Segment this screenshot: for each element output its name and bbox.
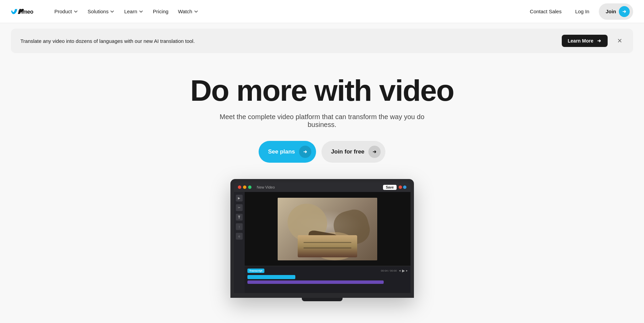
transcript-badge[interactable]: Transcript — [247, 269, 265, 273]
join-free-arrow-icon — [368, 146, 381, 158]
editor-save-button[interactable]: Save — [383, 185, 396, 190]
hero-title: Do more with video — [190, 75, 454, 106]
sidebar-tool-transform[interactable]: ⋮ — [236, 223, 243, 230]
window-controls — [238, 185, 251, 189]
contact-sales-link[interactable]: Contact Sales — [526, 6, 565, 17]
logo[interactable]: vimeo — [11, 7, 41, 16]
editor-sidebar: ▶ ✂ T ⋮ ♫ — [234, 192, 245, 293]
join-button[interactable]: Join — [599, 3, 633, 20]
nav-product-label: Product — [54, 9, 72, 14]
log-in-link[interactable]: Log In — [571, 6, 593, 17]
sidebar-tool-audio[interactable]: ♫ — [236, 233, 243, 240]
chevron-down-icon — [110, 9, 115, 14]
nav-item-product[interactable]: Product — [50, 6, 82, 17]
playback-controls: ◂ ▶ ▸ — [399, 269, 408, 273]
learn-more-button[interactable]: Learn More — [562, 35, 608, 47]
join-for-free-button[interactable]: Join for free — [321, 141, 385, 163]
navbar: vimeo Product Solutions Learn Pricing W — [0, 0, 644, 23]
svg-text:vimeo: vimeo — [18, 9, 33, 15]
window-title: New Video — [257, 185, 275, 189]
hero-subtitle: Meet the complete video platform that ca… — [217, 113, 428, 129]
video-preview-area — [245, 192, 411, 266]
sidebar-tool-cut[interactable]: ✂ — [236, 204, 243, 211]
hero-section: Do more with video Meet the complete vid… — [0, 59, 644, 301]
chevron-down-icon — [194, 9, 198, 14]
time-display: 00:04 / 00:00 — [381, 269, 397, 272]
video-track — [247, 275, 296, 279]
banner-close-button[interactable]: ✕ — [616, 36, 624, 45]
rec-dot-red — [399, 185, 402, 189]
laptop-base — [234, 293, 411, 298]
skip-back-button[interactable]: ◂ — [399, 269, 401, 272]
minimize-window-dot — [243, 185, 246, 189]
sidebar-tool-text[interactable]: T — [236, 214, 243, 221]
editor-main-area: Transcript 00:04 / 00:00 ◂ ▶ ▸ — [245, 192, 411, 293]
chevron-down-icon — [139, 9, 143, 14]
banner-text: Translate any video into dozens of langu… — [20, 38, 195, 44]
rec-dot-blue — [403, 185, 406, 189]
laptop-frame: New Video Save ▶ — [230, 179, 414, 298]
audio-track — [247, 280, 384, 284]
hands-keyboard-visual — [298, 235, 358, 257]
nav-learn-label: Learn — [124, 9, 137, 14]
nav-item-learn[interactable]: Learn — [120, 6, 147, 17]
chevron-down-icon — [73, 9, 78, 14]
timeline-tracks — [247, 275, 408, 291]
laptop-screen: New Video Save ▶ — [234, 182, 411, 293]
maximize-window-dot — [248, 185, 251, 189]
recording-indicators — [399, 185, 406, 189]
nav-item-solutions[interactable]: Solutions — [84, 6, 119, 17]
nav-solutions-label: Solutions — [88, 9, 109, 14]
see-plans-arrow-icon — [299, 146, 311, 158]
skip-forward-button[interactable]: ▸ — [406, 269, 408, 272]
announcement-banner: Translate any video into dozens of langu… — [11, 29, 633, 53]
laptop-foot — [230, 298, 414, 301]
nav-item-watch[interactable]: Watch — [174, 6, 203, 17]
hero-cta-buttons: See plans Join for free — [259, 141, 386, 163]
timeline-controls: Transcript 00:04 / 00:00 ◂ ▶ ▸ — [247, 268, 408, 274]
close-window-dot — [238, 185, 241, 189]
nav-item-pricing[interactable]: Pricing — [149, 6, 173, 17]
nav-right: Contact Sales Log In Join — [526, 3, 633, 20]
play-button[interactable]: ▶ — [402, 269, 405, 273]
editor-body: ▶ ✂ T ⋮ ♫ — [234, 192, 411, 293]
see-plans-button[interactable]: See plans — [259, 141, 316, 163]
editor-timeline: Transcript 00:04 / 00:00 ◂ ▶ ▸ — [245, 266, 411, 293]
sidebar-tool-cursor[interactable]: ▶ — [236, 195, 243, 201]
nav-pricing-label: Pricing — [153, 9, 169, 14]
laptop-hinge — [302, 298, 343, 301]
join-arrow-icon — [619, 6, 630, 17]
topbar-right-controls: Save — [383, 185, 406, 190]
nav-links: Product Solutions Learn Pricing Watch — [50, 6, 526, 17]
editor-topbar: New Video Save — [234, 182, 411, 192]
video-frame — [278, 198, 377, 260]
nav-watch-label: Watch — [178, 9, 192, 14]
banner-actions: Learn More ✕ — [562, 35, 624, 47]
product-screenshot: New Video Save ▶ — [230, 179, 414, 301]
